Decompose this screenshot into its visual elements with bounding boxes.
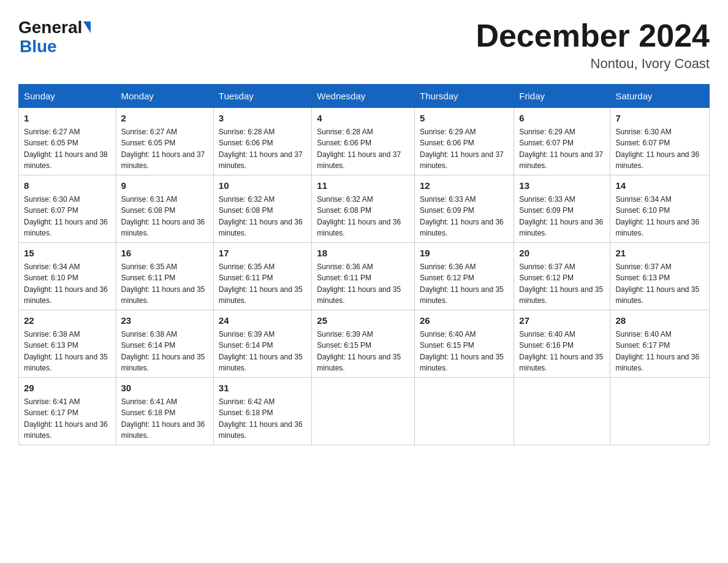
calendar-cell: 25 Sunrise: 6:39 AMSunset: 6:15 PMDaylig… (312, 310, 415, 378)
day-info: Sunrise: 6:34 AMSunset: 6:10 PMDaylight:… (615, 195, 699, 237)
calendar-header-row: SundayMondayTuesdayWednesdayThursdayFrid… (19, 85, 710, 108)
day-info: Sunrise: 6:42 AMSunset: 6:18 PMDaylight:… (219, 397, 303, 440)
calendar-week-row: 15 Sunrise: 6:34 AMSunset: 6:10 PMDaylig… (19, 243, 710, 310)
day-number: 2 (121, 112, 208, 124)
day-info: Sunrise: 6:36 AMSunset: 6:12 PMDaylight:… (420, 262, 504, 305)
day-number: 6 (519, 112, 605, 124)
calendar-cell: 1 Sunrise: 6:27 AMSunset: 6:05 PMDayligh… (19, 108, 116, 175)
day-number: 11 (317, 179, 409, 192)
day-number: 17 (219, 247, 307, 259)
logo-blue-text: Blue (18, 37, 91, 56)
day-info: Sunrise: 6:33 AMSunset: 6:09 PMDaylight:… (519, 195, 603, 237)
day-number: 9 (121, 179, 208, 192)
column-header-thursday: Thursday (415, 85, 514, 108)
day-info: Sunrise: 6:36 AMSunset: 6:11 PMDaylight:… (317, 262, 401, 305)
month-title: December 2024 (476, 18, 710, 53)
column-header-wednesday: Wednesday (312, 85, 415, 108)
calendar-cell: 5 Sunrise: 6:29 AMSunset: 6:06 PMDayligh… (415, 108, 514, 175)
page-header: General Blue December 2024 Nontou, Ivory… (18, 18, 710, 72)
day-info: Sunrise: 6:40 AMSunset: 6:16 PMDaylight:… (519, 330, 603, 372)
calendar-week-row: 29 Sunrise: 6:41 AMSunset: 6:17 PMDaylig… (19, 378, 710, 445)
day-number: 19 (420, 247, 509, 259)
calendar-cell: 21 Sunrise: 6:37 AMSunset: 6:13 PMDaylig… (610, 243, 710, 310)
day-info: Sunrise: 6:28 AMSunset: 6:06 PMDaylight:… (219, 128, 303, 170)
calendar-cell: 12 Sunrise: 6:33 AMSunset: 6:09 PMDaylig… (415, 175, 514, 243)
day-number: 24 (219, 314, 307, 327)
calendar-cell: 10 Sunrise: 6:32 AMSunset: 6:08 PMDaylig… (213, 175, 312, 243)
day-number: 10 (219, 179, 307, 192)
calendar-cell: 2 Sunrise: 6:27 AMSunset: 6:05 PMDayligh… (116, 108, 213, 175)
day-number: 8 (24, 179, 111, 192)
day-number: 15 (24, 247, 111, 259)
calendar-cell: 23 Sunrise: 6:38 AMSunset: 6:14 PMDaylig… (116, 310, 213, 378)
day-info: Sunrise: 6:32 AMSunset: 6:08 PMDaylight:… (219, 195, 303, 237)
calendar-cell: 30 Sunrise: 6:41 AMSunset: 6:18 PMDaylig… (116, 378, 213, 445)
day-info: Sunrise: 6:34 AMSunset: 6:10 PMDaylight:… (24, 262, 108, 305)
day-number: 26 (420, 314, 509, 327)
day-info: Sunrise: 6:41 AMSunset: 6:18 PMDaylight:… (121, 397, 205, 440)
day-number: 13 (519, 179, 605, 192)
day-info: Sunrise: 6:38 AMSunset: 6:13 PMDaylight:… (24, 330, 108, 372)
title-section: December 2024 Nontou, Ivory Coast (476, 18, 710, 72)
day-info: Sunrise: 6:31 AMSunset: 6:08 PMDaylight:… (121, 195, 205, 237)
day-number: 27 (519, 314, 605, 327)
day-number: 5 (420, 112, 509, 124)
calendar-cell: 19 Sunrise: 6:36 AMSunset: 6:12 PMDaylig… (415, 243, 514, 310)
calendar-cell (312, 378, 415, 445)
day-number: 7 (615, 112, 704, 124)
day-info: Sunrise: 6:30 AMSunset: 6:07 PMDaylight:… (615, 128, 699, 170)
day-number: 12 (420, 179, 509, 192)
day-number: 18 (317, 247, 409, 259)
calendar-cell (610, 378, 710, 445)
day-info: Sunrise: 6:29 AMSunset: 6:07 PMDaylight:… (519, 128, 603, 170)
calendar-cell: 17 Sunrise: 6:35 AMSunset: 6:11 PMDaylig… (213, 243, 312, 310)
day-info: Sunrise: 6:29 AMSunset: 6:06 PMDaylight:… (420, 128, 504, 170)
calendar-cell: 6 Sunrise: 6:29 AMSunset: 6:07 PMDayligh… (514, 108, 610, 175)
column-header-tuesday: Tuesday (213, 85, 312, 108)
calendar-cell: 29 Sunrise: 6:41 AMSunset: 6:17 PMDaylig… (19, 378, 116, 445)
location-text: Nontou, Ivory Coast (476, 56, 710, 72)
day-info: Sunrise: 6:35 AMSunset: 6:11 PMDaylight:… (219, 262, 303, 305)
calendar-table: SundayMondayTuesdayWednesdayThursdayFrid… (18, 84, 710, 445)
calendar-cell (415, 378, 514, 445)
day-info: Sunrise: 6:37 AMSunset: 6:13 PMDaylight:… (615, 262, 699, 305)
day-info: Sunrise: 6:40 AMSunset: 6:15 PMDaylight:… (420, 330, 504, 372)
day-number: 3 (219, 112, 307, 124)
calendar-cell: 28 Sunrise: 6:40 AMSunset: 6:17 PMDaylig… (610, 310, 710, 378)
day-number: 22 (24, 314, 111, 327)
day-number: 20 (519, 247, 605, 259)
calendar-cell: 16 Sunrise: 6:35 AMSunset: 6:11 PMDaylig… (116, 243, 213, 310)
day-number: 16 (121, 247, 208, 259)
logo: General Blue (18, 18, 91, 56)
calendar-cell: 13 Sunrise: 6:33 AMSunset: 6:09 PMDaylig… (514, 175, 610, 243)
day-info: Sunrise: 6:41 AMSunset: 6:17 PMDaylight:… (24, 397, 108, 440)
column-header-friday: Friday (514, 85, 610, 108)
day-info: Sunrise: 6:39 AMSunset: 6:14 PMDaylight:… (219, 330, 303, 372)
calendar-cell: 9 Sunrise: 6:31 AMSunset: 6:08 PMDayligh… (116, 175, 213, 243)
day-info: Sunrise: 6:30 AMSunset: 6:07 PMDaylight:… (24, 195, 108, 237)
calendar-cell: 4 Sunrise: 6:28 AMSunset: 6:06 PMDayligh… (312, 108, 415, 175)
day-number: 1 (24, 112, 111, 124)
calendar-cell: 11 Sunrise: 6:32 AMSunset: 6:08 PMDaylig… (312, 175, 415, 243)
day-number: 30 (121, 381, 208, 394)
day-number: 29 (24, 381, 111, 394)
calendar-cell: 18 Sunrise: 6:36 AMSunset: 6:11 PMDaylig… (312, 243, 415, 310)
calendar-cell: 26 Sunrise: 6:40 AMSunset: 6:15 PMDaylig… (415, 310, 514, 378)
day-info: Sunrise: 6:32 AMSunset: 6:08 PMDaylight:… (317, 195, 401, 237)
calendar-week-row: 22 Sunrise: 6:38 AMSunset: 6:13 PMDaylig… (19, 310, 710, 378)
calendar-week-row: 8 Sunrise: 6:30 AMSunset: 6:07 PMDayligh… (19, 175, 710, 243)
day-info: Sunrise: 6:35 AMSunset: 6:11 PMDaylight:… (121, 262, 205, 305)
day-number: 23 (121, 314, 208, 327)
calendar-cell: 22 Sunrise: 6:38 AMSunset: 6:13 PMDaylig… (19, 310, 116, 378)
calendar-cell: 27 Sunrise: 6:40 AMSunset: 6:16 PMDaylig… (514, 310, 610, 378)
column-header-saturday: Saturday (610, 85, 710, 108)
day-number: 4 (317, 112, 409, 124)
calendar-week-row: 1 Sunrise: 6:27 AMSunset: 6:05 PMDayligh… (19, 108, 710, 175)
day-number: 25 (317, 314, 409, 327)
calendar-cell: 31 Sunrise: 6:42 AMSunset: 6:18 PMDaylig… (213, 378, 312, 445)
logo-arrow-icon (83, 21, 91, 33)
day-info: Sunrise: 6:37 AMSunset: 6:12 PMDaylight:… (519, 262, 603, 305)
column-header-sunday: Sunday (19, 85, 116, 108)
column-header-monday: Monday (116, 85, 213, 108)
logo-general-text: General (18, 18, 82, 37)
